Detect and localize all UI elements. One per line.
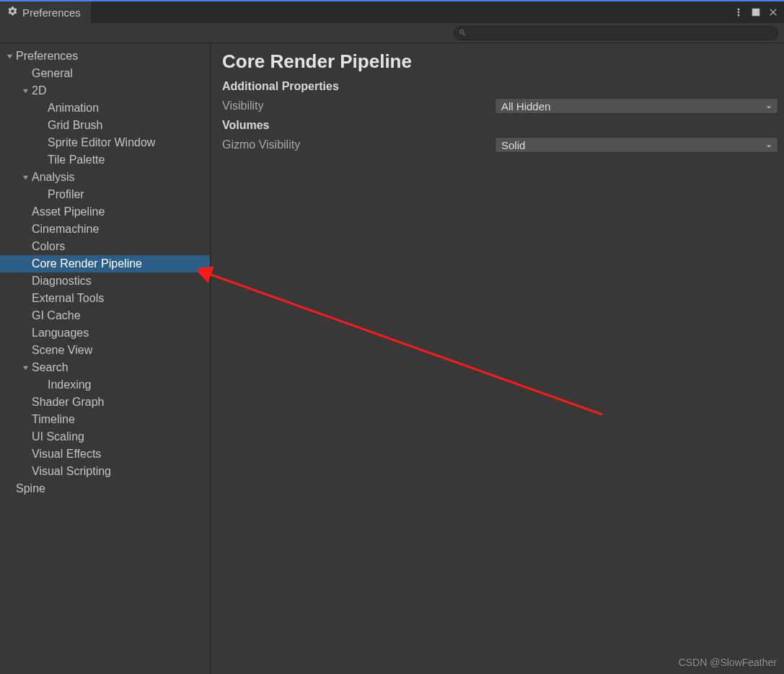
sidebar-item-label: Preferences bbox=[14, 50, 78, 63]
kebab-menu-icon[interactable] bbox=[734, 7, 744, 17]
sidebar-item-label: Animation bbox=[46, 102, 99, 115]
expand-arrow-icon[interactable] bbox=[20, 88, 30, 94]
svg-rect-3 bbox=[752, 9, 759, 15]
sidebar-item-label: Shader Graph bbox=[30, 396, 105, 409]
sidebar-item-label: Colors bbox=[30, 240, 65, 253]
sidebar-item-grid-brush[interactable]: Grid Brush bbox=[0, 117, 210, 134]
close-icon[interactable] bbox=[768, 7, 778, 17]
sidebar-item-label: GI Cache bbox=[30, 309, 81, 322]
expand-arrow-icon[interactable] bbox=[4, 53, 14, 60]
sidebar-item-label: Scene View bbox=[30, 344, 92, 357]
sidebar-item-external-tools[interactable]: External Tools bbox=[0, 290, 210, 307]
visibility-dropdown[interactable]: All Hidden bbox=[495, 98, 778, 114]
sidebar-item-tile-palette[interactable]: Tile Palette bbox=[0, 151, 210, 169]
section-header-additional-properties: Additional Properties bbox=[222, 80, 778, 93]
svg-point-0 bbox=[738, 9, 739, 10]
maximize-icon[interactable] bbox=[751, 7, 761, 17]
sidebar-item-label: Core Render Pipeline bbox=[30, 257, 142, 270]
chevron-down-icon bbox=[766, 100, 772, 112]
chevron-down-icon bbox=[766, 139, 772, 151]
sidebar-item-label: UI Scaling bbox=[30, 430, 84, 443]
expand-arrow-icon[interactable] bbox=[20, 174, 30, 181]
tab-bar-spacer bbox=[92, 1, 734, 23]
sidebar-item-label: Grid Brush bbox=[46, 119, 102, 132]
sidebar-item-label: Asset Pipeline bbox=[30, 205, 105, 218]
sidebar-item-search[interactable]: Search bbox=[0, 359, 210, 376]
sidebar-item-colors[interactable]: Colors bbox=[0, 238, 210, 255]
sidebar-item-cinemachine[interactable]: Cinemachine bbox=[0, 221, 210, 238]
sidebar-item-label: Spine bbox=[14, 482, 45, 495]
sidebar-item-timeline[interactable]: Timeline bbox=[0, 411, 210, 428]
property-row: Gizmo Visibility Solid bbox=[222, 136, 778, 154]
sidebar-item-label: Cinemachine bbox=[30, 223, 99, 236]
gear-icon bbox=[7, 6, 18, 19]
sidebar-item-visual-effects[interactable]: Visual Effects bbox=[0, 445, 210, 463]
content-panel: Core Render Pipeline Additional Properti… bbox=[211, 43, 784, 674]
sidebar-item-ui-scaling[interactable]: UI Scaling bbox=[0, 428, 210, 445]
sidebar-item-label: General bbox=[30, 67, 73, 80]
page-title: Core Render Pipeline bbox=[222, 50, 778, 73]
svg-point-2 bbox=[738, 14, 739, 16]
sidebar-item-preferences[interactable]: Preferences bbox=[0, 48, 210, 65]
sidebar-item-label: Visual Effects bbox=[30, 448, 101, 461]
section-header-volumes: Volumes bbox=[222, 119, 778, 132]
sidebar-item-label: 2D bbox=[30, 84, 46, 97]
tab-preferences[interactable]: Preferences bbox=[0, 1, 92, 23]
toolbar bbox=[0, 23, 784, 43]
property-label-visibility: Visibility bbox=[222, 99, 495, 112]
sidebar-item-analysis[interactable]: Analysis bbox=[0, 169, 210, 186]
sidebar-item-label: Languages bbox=[30, 327, 89, 340]
sidebar-item-label: Diagnostics bbox=[30, 275, 92, 288]
sidebar-item-indexing[interactable]: Indexing bbox=[0, 376, 210, 394]
sidebar-item-label: Search bbox=[30, 361, 69, 374]
search-icon bbox=[459, 27, 467, 40]
sidebar-item-spine[interactable]: Spine bbox=[0, 480, 210, 497]
sidebar-item-languages[interactable]: Languages bbox=[0, 324, 210, 342]
sidebar-item-asset-pipeline[interactable]: Asset Pipeline bbox=[0, 203, 210, 221]
title-bar: Preferences bbox=[0, 0, 784, 23]
sidebar-item-scene-view[interactable]: Scene View bbox=[0, 342, 210, 359]
sidebar-item-label: Analysis bbox=[30, 171, 75, 184]
dropdown-value: All Hidden bbox=[501, 100, 550, 112]
sidebar-item-shader-graph[interactable]: Shader Graph bbox=[0, 394, 210, 411]
property-label-gizmo-visibility: Gizmo Visibility bbox=[222, 138, 495, 151]
sidebar-item-sprite-editor-window[interactable]: Sprite Editor Window bbox=[0, 134, 210, 151]
sidebar-item-gi-cache[interactable]: GI Cache bbox=[0, 307, 210, 324]
sidebar: PreferencesGeneral2DAnimationGrid BrushS… bbox=[0, 43, 211, 674]
property-row: Visibility All Hidden bbox=[222, 97, 778, 115]
watermark: CSDN @SlowFeather bbox=[679, 657, 777, 668]
sidebar-item-label: Profiler bbox=[46, 188, 84, 201]
dropdown-value: Solid bbox=[501, 139, 525, 151]
sidebar-item-label: Sprite Editor Window bbox=[46, 136, 155, 149]
sidebar-item-profiler[interactable]: Profiler bbox=[0, 186, 210, 203]
tab-title: Preferences bbox=[22, 6, 81, 19]
gizmo-visibility-dropdown[interactable]: Solid bbox=[495, 137, 778, 153]
expand-arrow-icon[interactable] bbox=[20, 365, 30, 371]
sidebar-item-2d[interactable]: 2D bbox=[0, 82, 210, 99]
sidebar-item-label: External Tools bbox=[30, 292, 104, 305]
sidebar-item-animation[interactable]: Animation bbox=[0, 99, 210, 117]
svg-point-1 bbox=[738, 12, 739, 13]
search-box[interactable] bbox=[454, 26, 778, 40]
sidebar-item-diagnostics[interactable]: Diagnostics bbox=[0, 272, 210, 290]
sidebar-item-visual-scripting[interactable]: Visual Scripting bbox=[0, 463, 210, 480]
sidebar-item-label: Tile Palette bbox=[46, 154, 105, 167]
sidebar-item-general[interactable]: General bbox=[0, 65, 210, 82]
sidebar-item-label: Timeline bbox=[30, 413, 75, 426]
sidebar-item-label: Visual Scripting bbox=[30, 465, 111, 478]
sidebar-item-core-render-pipeline[interactable]: Core Render Pipeline bbox=[0, 255, 210, 272]
search-input[interactable] bbox=[470, 28, 773, 38]
sidebar-item-label: Indexing bbox=[46, 378, 92, 391]
